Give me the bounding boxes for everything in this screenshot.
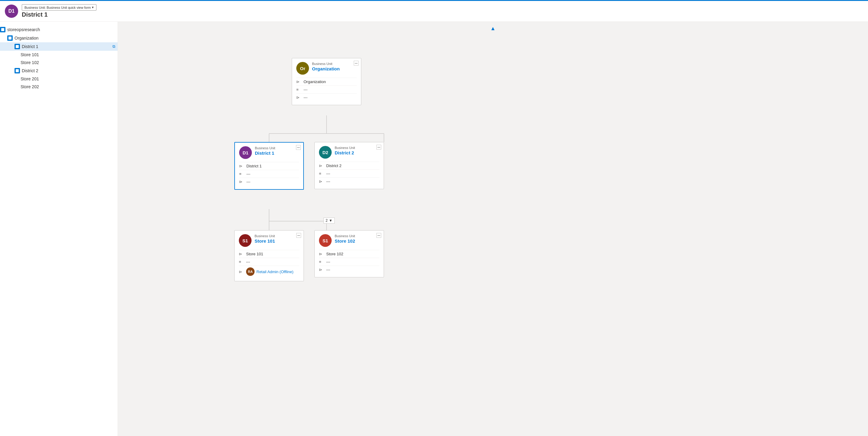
org-card[interactable]: — Or Business Unit Organization ⊳ Organi… [292, 58, 361, 105]
sidebar-s102-label: Store 102 [21, 60, 39, 65]
quick-view-label: Business Unit: Business Unit quick view … [25, 6, 91, 9]
title-area: Business Unit: Business Unit quick view … [22, 4, 96, 18]
s101-collapse-btn[interactable]: — [296, 233, 301, 238]
s102-card-header: S1 Business Unit Store 102 [319, 234, 379, 247]
district1-card[interactable]: — D1 Business Unit District 1 ⊳ District… [234, 142, 304, 190]
quick-view-dropdown[interactable]: Business Unit: Business Unit quick view … [22, 4, 96, 10]
d1-type-label: Business Unit [255, 146, 299, 150]
s102-collapse-btn[interactable]: — [376, 233, 381, 238]
list-icon-2: ≡ [239, 172, 244, 176]
hierarchy-icon-3: ⊳ [239, 164, 244, 168]
sidebar-root[interactable]: storeopsresearch [0, 25, 118, 34]
sidebar-item-store201[interactable]: Store 201 [0, 75, 118, 83]
d1-icon [14, 44, 20, 49]
org-field1-value: Organization [304, 79, 326, 84]
sidebar-s101-label: Store 101 [21, 52, 39, 57]
connectors [118, 22, 868, 436]
sidebar-root-label: storeopsresearch [7, 27, 40, 32]
list-icon-3: ≡ [319, 171, 324, 176]
s102-type-label: Business Unit [335, 234, 379, 238]
d2-avatar: D2 [319, 146, 332, 159]
sidebar-s201-label: Store 201 [21, 76, 39, 81]
org-type-label: Business Unit [312, 62, 357, 66]
d2-field1-value: District 2 [326, 164, 342, 168]
sidebar-root-icon [0, 27, 5, 32]
d2-card-header: D2 Business Unit District 2 [319, 146, 379, 159]
d1-collapse-btn[interactable]: — [296, 145, 301, 150]
d2-row1: ⊳ District 2 [319, 162, 379, 169]
expand-chevron-icon: ▼ [329, 219, 333, 223]
sidebar-d1-label: District 1 [22, 44, 38, 49]
d1-title-area: Business Unit District 1 [255, 146, 299, 156]
org-name[interactable]: Organization [312, 66, 357, 71]
canvas-area: ▲ — Or Busine [118, 22, 868, 436]
s102-row3: ⊳ --- [319, 266, 379, 273]
d1-row1: ⊳ District 1 [239, 162, 299, 170]
d2-type-label: Business Unit [335, 146, 379, 149]
nav-arrow-up[interactable]: ▲ [490, 25, 496, 32]
org-collapse-btn[interactable]: — [354, 61, 359, 66]
hierarchy-icon-10: ⊳ [319, 267, 324, 272]
d2-field2-value: --- [326, 171, 330, 176]
sidebar-item-district2[interactable]: District 2 [0, 66, 118, 75]
sidebar: storeopsresearch Organization District 1… [0, 22, 118, 436]
chevron-down-icon: ▾ [92, 5, 94, 9]
d2-title-area: Business Unit District 2 [335, 146, 379, 155]
org-title-area: Business Unit Organization [312, 62, 357, 71]
d1-row3: ⊳ --- [239, 178, 299, 186]
svg-rect-2 [16, 45, 19, 48]
expand-badge[interactable]: 2 ▼ [323, 217, 335, 224]
sidebar-s202-label: Store 202 [21, 84, 39, 89]
sidebar-item-organization[interactable]: Organization [0, 34, 118, 42]
org-row1: ⊳ Organization [296, 78, 357, 86]
s102-field3-value: --- [326, 267, 330, 272]
district2-card[interactable]: — D2 Business Unit District 2 ⊳ District… [314, 142, 384, 189]
hierarchy-icon-2: ⊳ [296, 95, 301, 100]
s102-avatar: S1 [319, 234, 332, 247]
list-icon-4: ≡ [239, 260, 244, 264]
store101-card[interactable]: — S1 Business Unit Store 101 ⊳ Store 101… [234, 230, 304, 281]
hierarchy-icon-8: ⊳ [239, 270, 244, 274]
list-icon-5: ≡ [319, 260, 324, 264]
d2-collapse-btn[interactable]: — [376, 145, 381, 149]
hierarchy-icon-9: ⊳ [319, 252, 324, 256]
d1-row2: ≡ --- [239, 170, 299, 178]
d2-name[interactable]: District 2 [335, 150, 379, 155]
org-field2-value: --- [304, 87, 308, 92]
org-row3: ⊳ --- [296, 93, 357, 101]
org-field3-value: --- [304, 95, 308, 100]
sidebar-item-store102[interactable]: Store 102 [0, 59, 118, 66]
s102-field1-value: Store 102 [326, 252, 343, 256]
s102-row2: ≡ --- [319, 258, 379, 266]
sidebar-item-district1[interactable]: District 1 ⧉ [0, 42, 118, 51]
s101-avatar: S1 [239, 234, 252, 247]
retail-admin-avatar: RA [246, 267, 254, 276]
org-row2: ≡ --- [296, 86, 357, 93]
s101-field2-value: --- [246, 260, 250, 264]
d2-row2: ≡ --- [319, 169, 379, 177]
hierarchy-icon-4: ⊳ [239, 179, 244, 184]
s101-row3: ⊳ RA Retail Admin (Offline) [239, 266, 299, 277]
external-link-icon[interactable]: ⧉ [113, 44, 115, 49]
s102-name[interactable]: Store 102 [335, 238, 379, 243]
s101-name[interactable]: Store 101 [254, 238, 299, 243]
org-avatar: Or [296, 62, 309, 75]
sidebar-item-store101[interactable]: Store 101 [0, 51, 118, 59]
main-layout: storeopsresearch Organization District 1… [0, 22, 868, 436]
record-title: District 1 [22, 11, 96, 18]
s102-title-area: Business Unit Store 102 [335, 234, 379, 243]
s101-field3-value[interactable]: Retail Admin (Offline) [256, 270, 293, 274]
org-icon [7, 35, 13, 41]
d1-avatar: D1 [239, 146, 252, 159]
sidebar-item-store202[interactable]: Store 202 [0, 83, 118, 91]
hierarchy-icon-1: ⊳ [296, 79, 301, 84]
sidebar-org-label: Organization [14, 36, 38, 40]
org-card-header: Or Business Unit Organization [296, 62, 357, 75]
s101-row1: ⊳ Store 101 [239, 250, 299, 258]
d1-field1-value: District 1 [246, 164, 262, 168]
d1-name[interactable]: District 1 [255, 150, 299, 156]
s101-title-area: Business Unit Store 101 [254, 234, 299, 243]
store102-card[interactable]: — S1 Business Unit Store 102 ⊳ Store 102… [314, 230, 384, 277]
hierarchy-icon-5: ⊳ [319, 164, 324, 168]
hierarchy-icon-6: ⊳ [319, 179, 324, 184]
